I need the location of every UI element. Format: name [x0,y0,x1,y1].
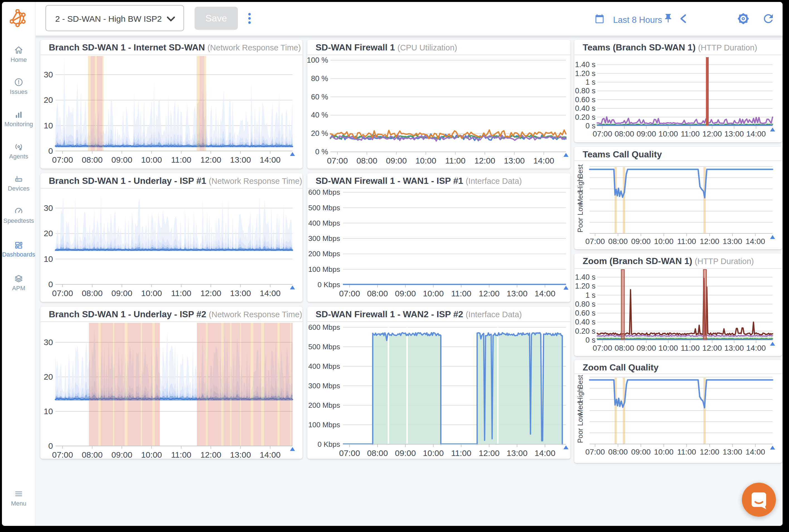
svg-text:High: High [576,388,584,402]
svg-text:12:00: 12:00 [479,289,500,298]
svg-text:12:00: 12:00 [702,344,722,352]
svg-text:11:00: 11:00 [677,448,696,456]
svg-text:10:00: 10:00 [141,450,162,459]
svg-text:07:00: 07:00 [339,449,360,458]
svg-text:10:00: 10:00 [654,237,674,246]
svg-text:0 Kbps: 0 Kbps [317,281,340,289]
svg-text:09:00: 09:00 [111,155,132,164]
svg-text:0 s: 0 s [586,122,595,130]
svg-text:13:00: 13:00 [230,155,251,164]
svg-text:10:00: 10:00 [659,130,678,138]
svg-text:13:00: 13:00 [507,289,528,298]
svg-text:13:00: 13:00 [230,288,251,298]
svg-text:07:00: 07:00 [327,156,348,165]
svg-text:14:00: 14:00 [746,130,766,138]
svg-text:10:00: 10:00 [654,448,674,456]
svg-text:13:00: 13:00 [504,156,525,165]
svg-text:12:00: 12:00 [200,450,221,459]
svg-text:0.80 s: 0.80 s [575,300,595,308]
svg-text:Poor: Poor [576,218,584,232]
svg-text:09:00: 09:00 [395,449,416,458]
svg-text:07:00: 07:00 [339,289,360,298]
svg-text:0: 0 [48,280,53,289]
svg-text:14:00: 14:00 [533,156,554,165]
svg-text:14:00: 14:00 [260,450,280,459]
svg-text:08:00: 08:00 [82,450,103,459]
svg-text:08:00: 08:00 [82,155,103,164]
svg-text:20 %: 20 % [311,129,328,138]
svg-text:20: 20 [44,95,53,104]
svg-text:13:00: 13:00 [723,448,742,456]
svg-text:13:00: 13:00 [507,449,528,458]
svg-text:0 s: 0 s [586,336,595,344]
svg-text:11:00: 11:00 [171,155,191,164]
svg-text:200 Mbps: 200 Mbps [308,250,340,258]
svg-text:500 Mbps: 500 Mbps [308,343,340,351]
svg-text:08:00: 08:00 [367,449,388,458]
svg-text:0.40 s: 0.40 s [575,318,595,326]
svg-text:20: 20 [44,372,53,381]
svg-text:09:00: 09:00 [111,450,132,459]
svg-text:High: High [576,177,584,192]
svg-text:100 Mbps: 100 Mbps [308,421,340,429]
svg-text:12:00: 12:00 [200,155,221,164]
svg-text:40 %: 40 % [311,111,328,119]
svg-text:10: 10 [44,407,53,416]
svg-text:300 Mbps: 300 Mbps [308,382,340,390]
svg-text:0: 0 [48,441,53,450]
svg-text:09:00: 09:00 [637,130,656,138]
svg-text:12:00: 12:00 [474,156,495,165]
svg-text:1.20 s: 1.20 s [575,282,595,290]
svg-text:08:00: 08:00 [356,156,377,165]
svg-text:0 Kbps: 0 Kbps [317,440,340,449]
svg-text:12:00: 12:00 [700,237,719,246]
svg-text:10: 10 [44,121,53,130]
svg-text:08:00: 08:00 [614,130,634,138]
svg-text:80 %: 80 % [311,74,328,83]
svg-text:09:00: 09:00 [631,448,651,456]
svg-text:Poor: Poor [576,429,584,443]
svg-text:20: 20 [44,229,53,238]
svg-text:08:00: 08:00 [367,289,388,298]
svg-text:0.60 s: 0.60 s [575,309,595,317]
svg-text:30: 30 [44,70,53,79]
svg-text:08:00: 08:00 [614,344,634,352]
svg-text:10:00: 10:00 [416,156,436,165]
svg-text:10: 10 [44,254,53,264]
svg-text:400 Mbps: 400 Mbps [308,219,340,227]
svg-text:13:00: 13:00 [723,237,742,246]
svg-text:07:00: 07:00 [52,450,73,459]
svg-text:11:00: 11:00 [451,289,472,298]
svg-text:0.40 s: 0.40 s [575,104,595,113]
svg-text:11:00: 11:00 [681,130,700,138]
svg-text:08:00: 08:00 [608,237,628,246]
svg-text:13:00: 13:00 [230,450,251,459]
svg-text:10:00: 10:00 [141,155,162,164]
svg-text:600 Mbps: 600 Mbps [308,188,340,196]
svg-text:07:00: 07:00 [52,155,73,164]
svg-text:0.20 s: 0.20 s [575,113,595,121]
svg-text:11:00: 11:00 [677,237,696,246]
svg-text:10:00: 10:00 [659,344,678,352]
svg-text:07:00: 07:00 [586,237,605,246]
svg-text:07:00: 07:00 [52,288,73,298]
svg-text:0.60 s: 0.60 s [575,96,595,104]
svg-text:11:00: 11:00 [171,288,191,298]
svg-text:200 Mbps: 200 Mbps [308,401,340,410]
svg-text:13:00: 13:00 [724,344,744,352]
svg-text:13:00: 13:00 [724,130,744,138]
svg-text:11:00: 11:00 [681,344,700,352]
svg-text:10:00: 10:00 [423,449,444,458]
svg-text:09:00: 09:00 [637,344,656,352]
svg-text:09:00: 09:00 [395,289,416,298]
svg-text:07:00: 07:00 [593,344,612,352]
svg-text:07:00: 07:00 [586,448,605,456]
svg-text:0 %: 0 % [315,148,328,156]
svg-text:60 %: 60 % [311,93,328,101]
svg-text:0.80 s: 0.80 s [575,87,595,95]
svg-text:09:00: 09:00 [111,288,132,298]
svg-text:400 Mbps: 400 Mbps [308,362,340,370]
svg-text:12:00: 12:00 [702,130,722,138]
svg-text:1.20 s: 1.20 s [575,69,595,78]
svg-text:09:00: 09:00 [631,237,651,246]
